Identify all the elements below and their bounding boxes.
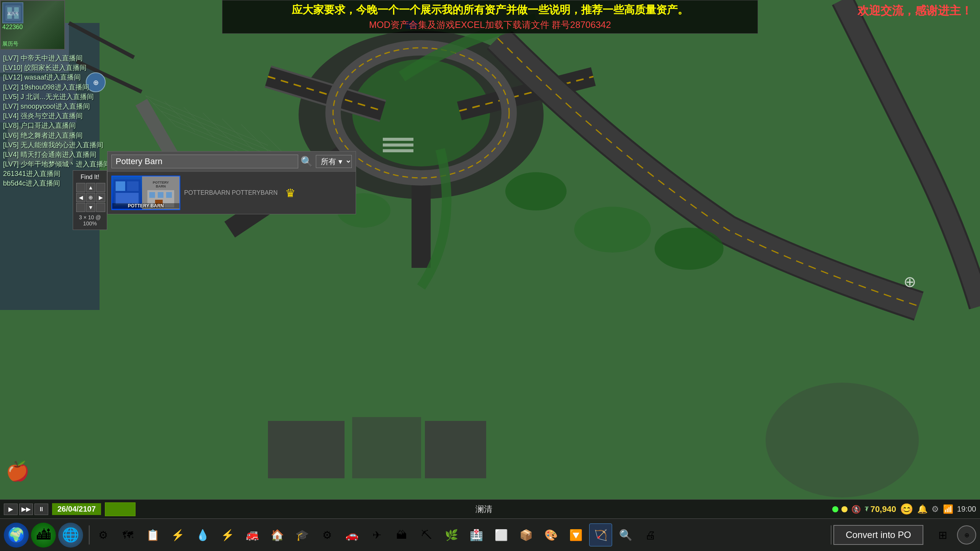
svg-point-46 [766,383,919,497]
network-icon[interactable]: 📶 [943,504,953,514]
date-badge: 26/04/2107 [52,503,101,515]
tool-empty[interactable]: ⬜ [490,523,513,546]
convert-po-button[interactable]: Convert into PO [833,525,923,545]
search-results: POTTERY BARN POTTERY BARN POTTERBAARN PO… [108,172,356,214]
tool-terrain[interactable]: 🏔 [390,523,413,546]
population-label: 🚷 [851,505,861,514]
svg-line-11 [222,119,253,149]
toolbar-sep-1 [89,525,90,544]
banner-line2: MOD资产合集及游戏EXCEL加载下载请文件 群号28706342 [227,19,753,31]
arrow-center[interactable]: ⊕ [86,193,95,202]
svg-rect-0 [0,0,980,551]
arrow-empty-br [96,203,105,212]
city-icon[interactable]: 🏙 [31,523,56,548]
tool-water[interactable]: 💧 [191,523,214,546]
find-it-label: Find It! [76,174,104,181]
notification-icon-1[interactable]: 🔔 [917,504,928,514]
svg-line-34 [69,23,134,57]
tool-services[interactable]: ⚡ [216,523,239,546]
tool-mining[interactable]: ⛏ [415,523,438,546]
play-controls: ▶ ▶▶ ⏸ [4,504,48,515]
svg-rect-42 [383,143,413,147]
game-world: 19 ⊕ ⊕ [0,0,980,551]
pause-button[interactable]: ⏸ [34,504,48,515]
svg-rect-56 [116,181,125,191]
world-icon[interactable]: 🌐 [58,523,83,548]
tool-print[interactable]: 🖨 [639,523,662,546]
play-button[interactable]: ▶ [4,504,18,515]
chat-message: [LV6] 绝之舞者进入直播间 [3,131,118,140]
minimap[interactable]: 展历号 422360 展历号 [0,0,65,50]
minimap-inner: 展历号 422360 展历号 [1,1,64,49]
chat-message: [LV7] 少年干地梦倾城丶进入直播间 [3,160,118,169]
chat-messages: [LV7] 中帝天中进入直播间[LV10] 皎阳家长进入直播间[LV12] wa… [3,54,118,189]
toolbar-sep-2 [831,525,831,544]
globe-icon-main[interactable]: 🌍 [4,523,29,548]
apple-logo-icon: 🍎 [6,460,29,482]
svg-line-9 [184,107,214,138]
svg-point-16 [352,59,490,166]
road-overlay: 19 ⊕ ⊕ [0,0,980,551]
tool-health[interactable]: 🏥 [465,523,488,546]
svg-rect-62 [149,192,155,198]
tool-roads[interactable]: 📋 [141,523,164,546]
svg-rect-55 [116,193,139,204]
tool-zones[interactable]: 🗺 [116,523,139,546]
find-it-panel: Find It! ▲ ◀ ⊕ ▶ ▼ 3 × 10 @ 100% [73,170,107,230]
population-display: 🚷 [851,505,861,514]
search-bar: 🔍 所有 ▾ [108,152,356,172]
svg-line-8 [165,101,195,132]
filter-dropdown[interactable]: 所有 ▾ [316,155,352,168]
svg-line-17 [268,77,383,111]
find-it-grid-info: 3 × 10 @ 100% [76,214,104,227]
result-item-pottery-barn[interactable]: POTTERY BARN POTTERY BARN [111,176,180,210]
tool-electricity[interactable]: ⚡ [166,523,189,546]
tool-paint[interactable]: 🎨 [539,523,562,546]
settings-icon[interactable]: ⚙ [931,504,939,514]
svg-text:展历号: 展历号 [7,11,19,16]
result-overlay-text: POTTERBAARN POTTERYBARN [184,189,278,196]
arrow-left[interactable]: ◀ [76,193,85,202]
tool-nature[interactable]: 🌿 [440,523,463,546]
svg-rect-41 [383,138,413,141]
chat-message: [LV5] 无人能缠我的心进入直播间 [3,140,118,150]
city-name: 澜清 [139,504,828,515]
tool-down[interactable]: 🔽 [564,523,587,546]
tool-search[interactable]: 🔍 [614,523,637,546]
tool-residential[interactable]: 🏠 [266,523,289,546]
camera-reset-button[interactable]: ⊕ [957,525,976,544]
tool-cinematic[interactable]: 🏹 [589,523,612,546]
minimap-label: 展历号 [2,41,18,47]
chat-message: [LV10] 皎阳家长进入直播间 [3,63,118,73]
tool-education[interactable]: 🎓 [291,523,314,546]
svg-rect-36 [268,421,345,478]
top-banner: 应大家要求，今晚一个一个展示我的所有资产并做一些说明，推荐一些高质量资产。 MO… [222,0,758,34]
svg-point-28 [655,228,724,270]
svg-line-2 [145,96,268,145]
svg-line-3 [153,103,276,153]
result-overlay: POTTERBAARN POTTERYBARN ♛ [180,176,299,210]
taskbar-window[interactable] [105,502,136,516]
arrow-down[interactable]: ▼ [86,203,95,212]
tool-emergency[interactable]: 🚒 [241,523,264,546]
tool-roads-2[interactable]: 🚗 [340,523,363,546]
find-it-arrows: ▲ ◀ ⊕ ▶ ▼ [76,183,104,212]
search-input[interactable] [111,155,298,168]
tool-airport[interactable]: ✈ [365,523,388,546]
tool-packages[interactable]: 📦 [514,523,537,546]
search-panel: 🔍 所有 ▾ POTTERY BARN [107,151,356,214]
svg-rect-38 [425,421,486,478]
arrow-right[interactable]: ▶ [96,193,105,202]
tool-bulldoze[interactable]: ⚙ [91,523,114,546]
svg-line-7 [145,96,176,126]
fast-forward-button[interactable]: ▶▶ [19,504,33,515]
arrow-up[interactable]: ▲ [86,183,95,192]
svg-rect-63 [158,192,163,198]
tool-transport[interactable]: ⚙ [315,523,338,546]
search-button[interactable]: 🔍 [301,156,313,168]
arrow-empty-tr [96,183,105,192]
top-right-greeting: 欢迎交流，感谢进主！ [858,3,972,19]
bottom-taskbar: ▶ ▶▶ ⏸ 26/04/2107 澜清 🚷 ₮ 70,940 😊 🔔 ⚙ 📶 … [0,499,980,518]
svg-line-23 [459,77,593,111]
zoom-all-icon[interactable]: ⊞ [931,523,954,546]
